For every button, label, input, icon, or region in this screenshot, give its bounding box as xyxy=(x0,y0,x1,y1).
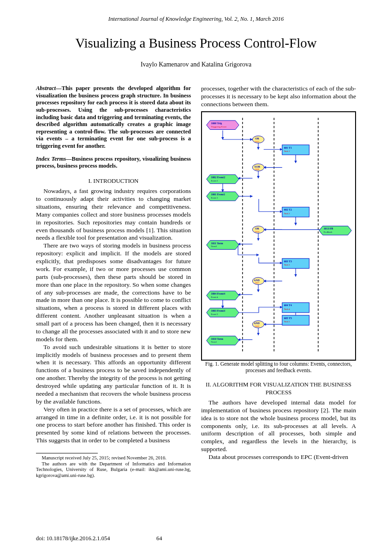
page-number: 64 xyxy=(156,535,162,542)
col2-continuation: processes, together with the characteris… xyxy=(201,85,356,109)
svg-text:603 T3: 603 T3 xyxy=(284,259,292,262)
svg-text:Task 4: Task 4 xyxy=(284,308,290,310)
svg-text:1014: 1014 xyxy=(255,230,259,233)
svg-text:Task 5: Task 5 xyxy=(284,320,290,323)
index-terms: Index Terms—Business process repository,… xyxy=(36,156,191,170)
footnote: Manuscript received July 25, 2015; revis… xyxy=(36,455,191,461)
svg-text:AND: AND xyxy=(254,322,260,325)
svg-text:1011 Term: 1011 Term xyxy=(211,241,223,244)
abstract-label: Abstract— xyxy=(36,85,62,91)
figure-1: 1000 TrigTriggering Event 1002 Event2Eve… xyxy=(201,111,356,374)
footnote-rule xyxy=(36,453,98,453)
svg-text:1000 Trig: 1000 Trig xyxy=(211,121,222,124)
running-head: International Journal of Knowledge Engin… xyxy=(36,16,356,23)
svg-text:1003 Event3: 1003 Event3 xyxy=(211,309,226,312)
svg-text:605 T5: 605 T5 xyxy=(284,316,292,319)
svg-text:Event 3: Event 3 xyxy=(211,313,219,315)
paper-title: Visualizing a Business Process Control-F… xyxy=(36,36,356,51)
sec2-paragraph: Data about processes corresponds to EPC … xyxy=(201,453,356,461)
svg-text:1010 Term: 1010 Term xyxy=(211,337,224,340)
svg-text:Task 2: Task 2 xyxy=(284,212,290,215)
svg-text:Event 2: Event 2 xyxy=(211,179,219,181)
intro-paragraph: Nowadays, a fast growing industry requir… xyxy=(36,187,191,242)
svg-text:AND: AND xyxy=(254,278,260,281)
svg-text:601 T1: 601 T1 xyxy=(284,146,292,149)
doi: doi: 10.18178/ijke.2016.2.1.054 xyxy=(36,535,110,542)
svg-text:Feedback: Feedback xyxy=(324,231,333,233)
svg-text:1006: 1006 xyxy=(255,168,259,170)
abstract: Abstract—This paper presents the develop… xyxy=(36,85,191,150)
svg-text:OR: OR xyxy=(255,137,260,140)
intro-paragraph: To avoid such undesirable situations it … xyxy=(36,344,191,406)
svg-text:Task 1: Task 1 xyxy=(284,150,290,152)
svg-text:Triggering Event: Triggering Event xyxy=(211,125,227,127)
authors: Ivaylo Kamenarov and Katalina Grigorova xyxy=(36,61,356,68)
svg-text:1007: 1007 xyxy=(255,282,259,284)
intro-paragraph: Very often in practice there is a set of… xyxy=(36,406,191,445)
figure-1-caption: Fig. 1. Generate model splitting to four… xyxy=(201,361,356,374)
svg-text:Event 4: Event 4 xyxy=(211,296,219,298)
svg-text:602 T2: 602 T2 xyxy=(284,208,292,211)
svg-text:604 T4: 604 T4 xyxy=(284,304,292,307)
svg-text:1002 Event2: 1002 Event2 xyxy=(211,176,226,179)
footnote: The authors are with the Department of I… xyxy=(36,461,191,479)
svg-text:1009: 1009 xyxy=(255,325,259,327)
sec2-paragraph: The authors have developed internal data… xyxy=(201,399,356,453)
section-1-heading: I. INTRODUCTION xyxy=(36,177,191,185)
svg-text:Task 3: Task 3 xyxy=(284,264,290,266)
svg-text:OR: OR xyxy=(255,227,260,230)
svg-text:Term1: Term1 xyxy=(211,341,217,343)
index-terms-label: Index Terms— xyxy=(36,156,72,162)
figure-1-svg: 1000 TrigTriggering Event 1002 Event2Eve… xyxy=(201,111,356,361)
svg-text:1013 FB: 1013 FB xyxy=(324,227,333,230)
svg-text:1004 Event4: 1004 Event4 xyxy=(211,292,226,295)
intro-paragraph: There are two ways of storing models in … xyxy=(36,242,191,343)
section-2-heading: II. ALGORITHM FOR VISUALIZATION THE BUSI… xyxy=(201,381,356,396)
svg-text:Event 1: Event 1 xyxy=(211,197,219,199)
svg-text:XOR: XOR xyxy=(254,165,261,168)
page-footer: doi: 10.18178/ijke.2016.2.1.054 64 xyxy=(36,535,356,542)
svg-text:1012: 1012 xyxy=(255,140,259,143)
svg-text:1001 Event1: 1001 Event1 xyxy=(211,193,226,196)
svg-text:Term2: Term2 xyxy=(211,245,217,247)
